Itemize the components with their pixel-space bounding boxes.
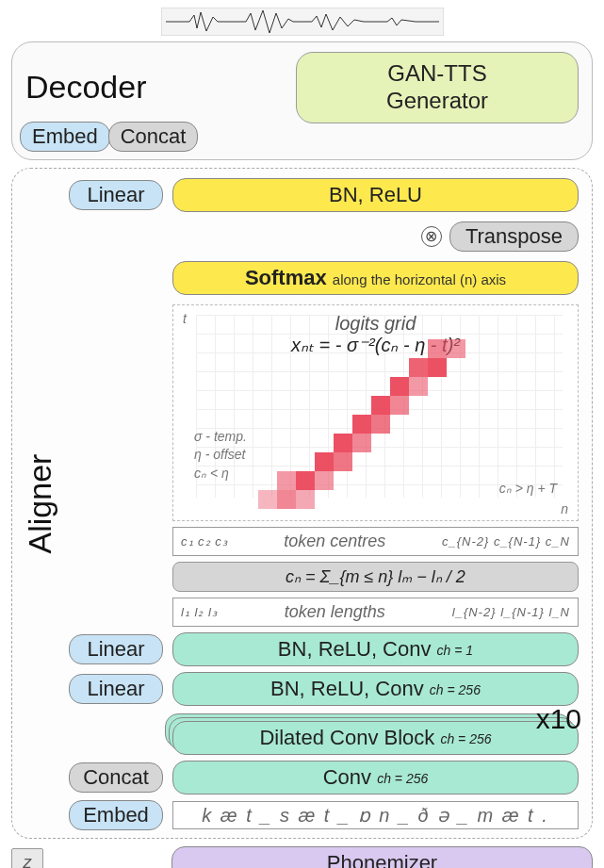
token-centres-strip: c₁ c₂ c₃ token centres c_{N-2} c_{N-1} c… <box>172 527 579 556</box>
conv1-label: BN, ReLU, Conv <box>278 637 432 661</box>
grid-left-notes: σ - temp. η - offset cₙ < η <box>194 428 247 483</box>
softmax-label: Softmax <box>245 266 327 289</box>
decoder-concat-chip: Concat <box>108 122 199 152</box>
gan-tts-generator-block: GAN-TTS Generator <box>296 52 579 123</box>
centres-lead: c₁ c₂ c₃ <box>181 534 228 549</box>
waveform-icon <box>161 8 444 36</box>
aligner-embed-chip: Embed <box>69 800 163 830</box>
decoder-title: Decoder <box>25 69 147 106</box>
dilated-ch: ch = 256 <box>440 731 491 746</box>
grid-formula: xₙₜ = - σ⁻²(cₙ - η - t)² <box>173 334 578 356</box>
bn-relu-conv-2: BN, ReLU, Conv ch = 256 <box>172 672 579 706</box>
centres-trail: c_{N-2} c_{N-1} c_N <box>442 534 570 549</box>
token-lengths-strip: l₁ l₂ l₃ token lengths l_{N-2} l_{N-1} l… <box>172 598 579 627</box>
decoder-block: Decoder GAN-TTS Generator Embed Concat <box>11 41 593 160</box>
transpose-chip: Transpose <box>449 221 579 252</box>
aligner-concat-chip: Concat <box>69 762 163 793</box>
axis-n-label: n <box>561 501 568 516</box>
phonemizer-block: Phonemizer <box>171 846 593 868</box>
eta-note: η - offset <box>194 446 247 465</box>
multiply-icon: ⊗ <box>421 226 442 247</box>
softmax-note: along the horizontal (n) axis <box>333 271 506 287</box>
sigma-note: σ - temp. <box>194 428 247 447</box>
conv2-label: BN, ReLU, Conv <box>270 677 424 700</box>
x10-label: x10 <box>536 703 581 735</box>
conv1-ch: ch = 1 <box>437 643 474 658</box>
ipa-text: k æ t _ s æ t _ ɒ n _ ð ə _ m æ t . <box>172 801 579 829</box>
linear-chip-2: Linear <box>69 674 163 704</box>
lengths-trail: l_{N-2} l_{N-1} l_N <box>452 605 570 619</box>
bn-relu-block: BN, ReLU <box>172 178 579 212</box>
conv3-ch: ch = 256 <box>377 771 428 786</box>
grid-title: logits grid <box>173 313 578 335</box>
conv-block: Conv ch = 256 <box>172 761 579 794</box>
dilated-conv-block: Dilated Conv Block ch = 256 x10 <box>172 721 579 755</box>
conv3-label: Conv <box>323 765 371 789</box>
aligner-title: Aligner <box>23 454 59 554</box>
left-bound-note: cₙ < η <box>194 465 247 483</box>
gan-tts-label: GAN-TTS Generator <box>325 60 549 115</box>
bn-relu-conv-1: BN, ReLU, Conv ch = 1 <box>172 632 579 666</box>
linear-chip-1: Linear <box>69 634 163 664</box>
centres-mid: token centres <box>228 532 442 551</box>
dilated-label: Dilated Conv Block <box>259 726 434 749</box>
lengths-lead: l₁ l₂ l₃ <box>181 605 218 619</box>
conv2-ch: ch = 256 <box>430 682 481 697</box>
decoder-embed-chip: Embed <box>20 122 110 152</box>
aligner-top-linear-chip: Linear <box>69 180 163 210</box>
aligner-block: Aligner Linear BN, ReLU ⊗ Transpose Soft… <box>11 168 593 839</box>
centre-formula-box: cₙ = Σ_{m ≤ n} lₘ − lₙ / 2 <box>172 562 579 592</box>
softmax-block: Softmax along the horizontal (n) axis <box>172 261 579 295</box>
right-bound-note: cₙ > η + T <box>499 481 557 496</box>
z-noise-box: z <box>11 848 43 868</box>
logits-grid-panel: t n logits grid xₙₜ = - σ⁻²(cₙ - η - t)²… <box>172 304 579 521</box>
lengths-mid: token lengths <box>218 602 452 622</box>
